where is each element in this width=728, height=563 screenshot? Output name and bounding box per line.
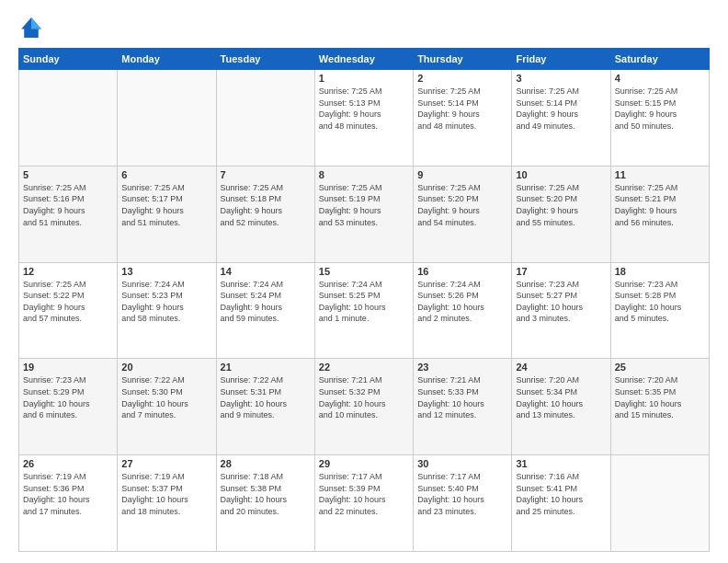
weekday-header-monday: Monday — [118, 49, 216, 70]
day-number: 27 — [121, 458, 211, 469]
day-number: 7 — [221, 169, 311, 180]
calendar-week-2: 5Sunrise: 7:25 AM Sunset: 5:16 PM Daylig… — [19, 166, 710, 262]
day-number: 26 — [23, 458, 113, 469]
calendar-cell: 10Sunrise: 7:25 AM Sunset: 5:20 PM Dayli… — [512, 166, 610, 262]
calendar-cell: 23Sunrise: 7:21 AM Sunset: 5:33 PM Dayli… — [414, 359, 512, 455]
day-info: Sunrise: 7:23 AM Sunset: 5:29 PM Dayligh… — [23, 374, 113, 420]
day-number: 16 — [417, 266, 507, 277]
day-info: Sunrise: 7:21 AM Sunset: 5:32 PM Dayligh… — [319, 374, 409, 420]
header — [18, 15, 710, 40]
day-number: 22 — [319, 362, 409, 373]
day-info: Sunrise: 7:25 AM Sunset: 5:15 PM Dayligh… — [615, 86, 705, 132]
day-number: 6 — [121, 169, 211, 180]
day-info: Sunrise: 7:24 AM Sunset: 5:23 PM Dayligh… — [121, 279, 211, 325]
calendar-cell: 2Sunrise: 7:25 AM Sunset: 5:14 PM Daylig… — [414, 70, 512, 167]
calendar-cell: 25Sunrise: 7:20 AM Sunset: 5:35 PM Dayli… — [610, 359, 709, 455]
calendar-cell: 5Sunrise: 7:25 AM Sunset: 5:16 PM Daylig… — [19, 166, 118, 262]
weekday-header-row: SundayMondayTuesdayWednesdayThursdayFrid… — [19, 49, 710, 70]
day-number: 5 — [23, 169, 113, 180]
day-info: Sunrise: 7:25 AM Sunset: 5:22 PM Dayligh… — [23, 279, 113, 325]
day-info: Sunrise: 7:25 AM Sunset: 5:14 PM Dayligh… — [417, 86, 507, 132]
day-number: 13 — [121, 266, 211, 277]
day-number: 28 — [221, 458, 311, 469]
day-info: Sunrise: 7:25 AM Sunset: 5:21 PM Dayligh… — [615, 182, 705, 228]
calendar-cell: 19Sunrise: 7:23 AM Sunset: 5:29 PM Dayli… — [19, 359, 118, 455]
weekday-header-thursday: Thursday — [414, 49, 512, 70]
calendar-cell: 6Sunrise: 7:25 AM Sunset: 5:17 PM Daylig… — [118, 166, 216, 262]
day-info: Sunrise: 7:17 AM Sunset: 5:39 PM Dayligh… — [319, 471, 409, 517]
day-info: Sunrise: 7:25 AM Sunset: 5:20 PM Dayligh… — [516, 182, 606, 228]
day-number: 14 — [221, 266, 311, 277]
day-info: Sunrise: 7:23 AM Sunset: 5:27 PM Dayligh… — [516, 279, 606, 325]
day-info: Sunrise: 7:25 AM Sunset: 5:13 PM Dayligh… — [319, 86, 409, 132]
calendar-cell: 12Sunrise: 7:25 AM Sunset: 5:22 PM Dayli… — [19, 262, 118, 359]
day-number: 8 — [319, 169, 409, 180]
weekday-header-wednesday: Wednesday — [314, 49, 413, 70]
day-number: 11 — [615, 169, 705, 180]
day-number: 2 — [417, 73, 507, 84]
calendar-cell — [19, 70, 118, 167]
logo-icon — [18, 15, 44, 40]
day-info: Sunrise: 7:25 AM Sunset: 5:19 PM Dayligh… — [319, 182, 409, 228]
day-number: 19 — [23, 362, 113, 373]
day-info: Sunrise: 7:16 AM Sunset: 5:41 PM Dayligh… — [516, 471, 606, 517]
day-info: Sunrise: 7:25 AM Sunset: 5:14 PM Dayligh… — [516, 86, 606, 132]
calendar-cell: 18Sunrise: 7:23 AM Sunset: 5:28 PM Dayli… — [610, 262, 709, 359]
logo — [18, 15, 48, 40]
day-number: 29 — [319, 458, 409, 469]
calendar-cell: 14Sunrise: 7:24 AM Sunset: 5:24 PM Dayli… — [216, 262, 314, 359]
calendar-week-5: 26Sunrise: 7:19 AM Sunset: 5:36 PM Dayli… — [19, 455, 710, 552]
calendar-cell: 9Sunrise: 7:25 AM Sunset: 5:20 PM Daylig… — [414, 166, 512, 262]
calendar-week-3: 12Sunrise: 7:25 AM Sunset: 5:22 PM Dayli… — [19, 262, 710, 359]
day-info: Sunrise: 7:24 AM Sunset: 5:24 PM Dayligh… — [221, 279, 311, 325]
day-info: Sunrise: 7:24 AM Sunset: 5:26 PM Dayligh… — [417, 279, 507, 325]
calendar-cell: 26Sunrise: 7:19 AM Sunset: 5:36 PM Dayli… — [19, 455, 118, 552]
day-info: Sunrise: 7:22 AM Sunset: 5:30 PM Dayligh… — [121, 374, 211, 420]
calendar-table: SundayMondayTuesdayWednesdayThursdayFrid… — [18, 48, 710, 552]
calendar-cell: 13Sunrise: 7:24 AM Sunset: 5:23 PM Dayli… — [118, 262, 216, 359]
calendar-week-1: 1Sunrise: 7:25 AM Sunset: 5:13 PM Daylig… — [19, 70, 710, 167]
day-info: Sunrise: 7:22 AM Sunset: 5:31 PM Dayligh… — [221, 374, 311, 420]
calendar-cell: 20Sunrise: 7:22 AM Sunset: 5:30 PM Dayli… — [118, 359, 216, 455]
calendar-cell: 8Sunrise: 7:25 AM Sunset: 5:19 PM Daylig… — [314, 166, 413, 262]
day-info: Sunrise: 7:25 AM Sunset: 5:17 PM Dayligh… — [121, 182, 211, 228]
day-number: 4 — [615, 73, 705, 84]
day-number: 25 — [615, 362, 705, 373]
calendar-cell: 16Sunrise: 7:24 AM Sunset: 5:26 PM Dayli… — [414, 262, 512, 359]
calendar-cell: 31Sunrise: 7:16 AM Sunset: 5:41 PM Dayli… — [512, 455, 610, 552]
calendar-cell: 21Sunrise: 7:22 AM Sunset: 5:31 PM Dayli… — [216, 359, 314, 455]
calendar-cell: 15Sunrise: 7:24 AM Sunset: 5:25 PM Dayli… — [314, 262, 413, 359]
day-number: 10 — [516, 169, 606, 180]
day-number: 12 — [23, 266, 113, 277]
day-number: 9 — [417, 169, 507, 180]
page: SundayMondayTuesdayWednesdayThursdayFrid… — [0, 0, 728, 563]
day-number: 23 — [417, 362, 507, 373]
weekday-header-tuesday: Tuesday — [216, 49, 314, 70]
day-info: Sunrise: 7:19 AM Sunset: 5:37 PM Dayligh… — [121, 471, 211, 517]
calendar-cell: 17Sunrise: 7:23 AM Sunset: 5:27 PM Dayli… — [512, 262, 610, 359]
calendar-cell: 28Sunrise: 7:18 AM Sunset: 5:38 PM Dayli… — [216, 455, 314, 552]
day-number: 30 — [417, 458, 507, 469]
day-number: 18 — [615, 266, 705, 277]
day-info: Sunrise: 7:25 AM Sunset: 5:16 PM Dayligh… — [23, 182, 113, 228]
calendar-cell: 7Sunrise: 7:25 AM Sunset: 5:18 PM Daylig… — [216, 166, 314, 262]
calendar-cell: 22Sunrise: 7:21 AM Sunset: 5:32 PM Dayli… — [314, 359, 413, 455]
day-number: 21 — [221, 362, 311, 373]
day-info: Sunrise: 7:23 AM Sunset: 5:28 PM Dayligh… — [615, 279, 705, 325]
day-info: Sunrise: 7:21 AM Sunset: 5:33 PM Dayligh… — [417, 374, 507, 420]
calendar-cell — [610, 455, 709, 552]
calendar-cell: 1Sunrise: 7:25 AM Sunset: 5:13 PM Daylig… — [314, 70, 413, 167]
calendar-cell: 29Sunrise: 7:17 AM Sunset: 5:39 PM Dayli… — [314, 455, 413, 552]
calendar-cell: 3Sunrise: 7:25 AM Sunset: 5:14 PM Daylig… — [512, 70, 610, 167]
day-info: Sunrise: 7:20 AM Sunset: 5:35 PM Dayligh… — [615, 374, 705, 420]
calendar-cell: 11Sunrise: 7:25 AM Sunset: 5:21 PM Dayli… — [610, 166, 709, 262]
day-info: Sunrise: 7:20 AM Sunset: 5:34 PM Dayligh… — [516, 374, 606, 420]
calendar-cell — [118, 70, 216, 167]
day-info: Sunrise: 7:25 AM Sunset: 5:20 PM Dayligh… — [417, 182, 507, 228]
calendar-week-4: 19Sunrise: 7:23 AM Sunset: 5:29 PM Dayli… — [19, 359, 710, 455]
day-number: 1 — [319, 73, 409, 84]
day-number: 20 — [121, 362, 211, 373]
calendar-cell — [216, 70, 314, 167]
day-number: 3 — [516, 73, 606, 84]
calendar-cell: 4Sunrise: 7:25 AM Sunset: 5:15 PM Daylig… — [610, 70, 709, 167]
